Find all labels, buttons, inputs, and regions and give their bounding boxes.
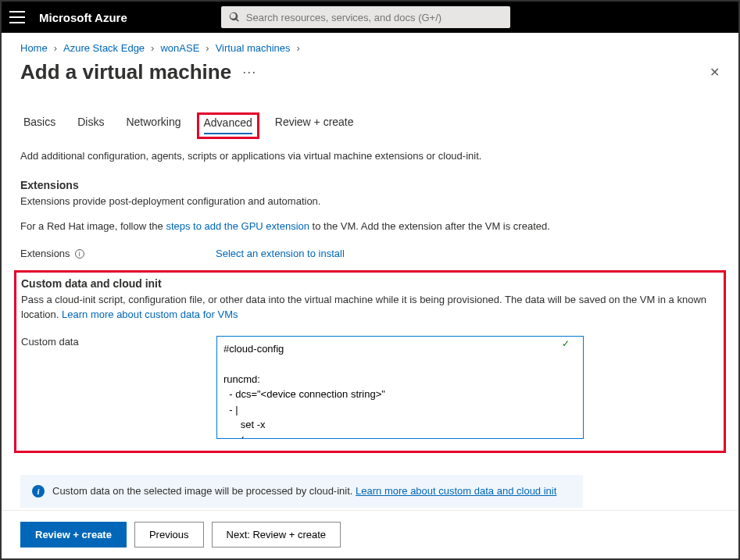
search-box[interactable] bbox=[221, 6, 510, 28]
breadcrumb-ase[interactable]: Azure Stack Edge bbox=[63, 42, 145, 54]
cloud-init-info-bar: i Custom data on the selected image will… bbox=[20, 475, 583, 508]
chevron-right-icon: › bbox=[297, 42, 300, 54]
gpu-extension-link[interactable]: steps to add the GPU extension bbox=[166, 220, 309, 232]
tab-basics[interactable]: Basics bbox=[23, 116, 55, 136]
cloud-init-learn-link[interactable]: Learn more about custom data and cloud i… bbox=[356, 485, 556, 497]
chevron-right-icon: › bbox=[206, 42, 209, 54]
select-extension-link[interactable]: Select an extension to install bbox=[216, 248, 345, 259]
search-icon bbox=[229, 12, 240, 23]
tab-networking[interactable]: Networking bbox=[126, 116, 181, 136]
tab-disks[interactable]: Disks bbox=[77, 116, 104, 136]
info-icon: i bbox=[32, 485, 45, 498]
breadcrumb: Home › Azure Stack Edge › wonASE › Virtu… bbox=[20, 42, 720, 54]
breadcrumb-wonase[interactable]: wonASE bbox=[160, 42, 199, 54]
extensions-field-label: Extensions i bbox=[20, 248, 216, 259]
custom-data-learn-link[interactable]: Learn more about custom data for VMs bbox=[62, 309, 238, 320]
tab-review[interactable]: Review + create bbox=[275, 116, 354, 136]
brand-label: Microsoft Azure bbox=[39, 11, 127, 24]
breadcrumb-vm[interactable]: Virtual machines bbox=[216, 42, 291, 54]
validation-check-icon: ✓ bbox=[562, 338, 570, 349]
custom-data-label: Custom data bbox=[21, 336, 216, 348]
next-button[interactable]: Next: Review + create bbox=[212, 522, 341, 548]
more-actions-button[interactable]: ··· bbox=[242, 64, 256, 80]
close-button[interactable]: ✕ bbox=[710, 65, 720, 80]
previous-button[interactable]: Previous bbox=[134, 522, 204, 548]
info-icon[interactable]: i bbox=[75, 249, 84, 259]
tab-advanced[interactable]: Advanced bbox=[204, 116, 252, 134]
tab-bar: Basics Disks Networking Advanced Review … bbox=[20, 116, 720, 136]
extensions-heading: Extensions bbox=[20, 179, 720, 191]
chevron-right-icon: › bbox=[54, 42, 57, 54]
page-title: Add a virtual machine bbox=[20, 60, 231, 84]
wizard-footer: Review + create Previous Next: Review + … bbox=[2, 510, 738, 558]
info-bar-text: Custom data on the selected image will b… bbox=[52, 485, 356, 497]
custom-data-desc: Pass a cloud-init script, configuration … bbox=[21, 293, 717, 321]
search-input[interactable] bbox=[246, 12, 502, 23]
menu-icon[interactable] bbox=[9, 11, 25, 23]
extensions-desc: Extensions provide post-deployment confi… bbox=[20, 194, 720, 209]
chevron-right-icon: › bbox=[151, 42, 154, 54]
tab-intro-text: Add additional configuration, agents, sc… bbox=[20, 150, 720, 162]
breadcrumb-home[interactable]: Home bbox=[20, 42, 48, 54]
custom-data-textarea[interactable] bbox=[216, 336, 584, 439]
extensions-redhat-note: For a Red Hat image, follow the steps to… bbox=[20, 219, 720, 234]
custom-data-heading: Custom data and cloud init bbox=[21, 277, 717, 290]
review-create-button[interactable]: Review + create bbox=[20, 522, 127, 548]
